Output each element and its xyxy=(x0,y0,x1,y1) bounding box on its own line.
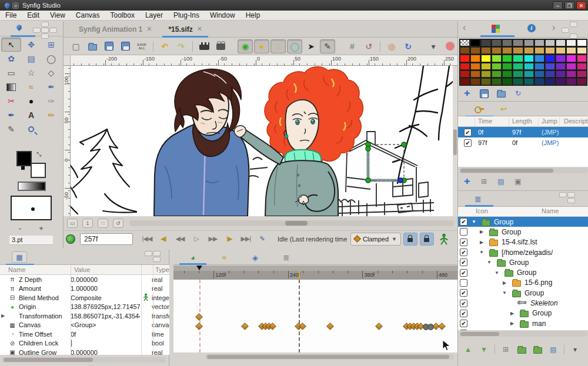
color-swatch[interactable] xyxy=(556,78,566,85)
seek-end-button[interactable]: ▶▶| xyxy=(238,233,254,245)
background-color-swatch[interactable] xyxy=(31,163,46,178)
color-swatch[interactable] xyxy=(492,39,502,46)
preview-button[interactable] xyxy=(213,39,228,53)
palette-tab-icon[interactable] xyxy=(492,25,500,33)
layer-menu-button[interactable]: ▾ xyxy=(570,344,580,355)
redo-button[interactable]: ↷ xyxy=(173,39,189,53)
maximize-button[interactable]: ❐ xyxy=(564,1,574,9)
menu-help[interactable]: Help xyxy=(240,11,266,20)
layer-row[interactable]: ✔▼[/home/zelgadis/ xyxy=(458,247,588,257)
save-palette-button[interactable] xyxy=(479,88,489,99)
parameter-row[interactable]: ⊘Children Lockbool xyxy=(0,339,169,348)
keyframe-checkbox[interactable]: ✔ xyxy=(464,139,472,147)
window-menu-icon[interactable]: o xyxy=(12,2,19,9)
lower-layer-button[interactable]: ▼ xyxy=(479,344,489,355)
layer-checkbox[interactable]: ✔ xyxy=(460,269,467,277)
tab-library[interactable]: ≣ xyxy=(278,251,295,263)
toggle-radius-handles-button[interactable]: ◯ xyxy=(287,39,302,53)
handle-green[interactable] xyxy=(366,146,370,151)
layer-checkbox[interactable]: ✔ xyxy=(460,239,467,246)
color-swatch[interactable] xyxy=(577,39,587,46)
reset-colors-icon[interactable] xyxy=(21,166,25,170)
layer-row[interactable]: ✔▼Group xyxy=(458,257,588,267)
parameter-row[interactable]: ▣Outline Grow0.000000real xyxy=(0,348,169,355)
fill-tool[interactable]: ● xyxy=(21,94,41,108)
color-swatch[interactable] xyxy=(545,78,555,85)
parameter-row[interactable]: ◔Time Offset0ftime xyxy=(0,330,169,339)
duplicate-layer-button[interactable]: ⊞ xyxy=(500,344,511,355)
waypoint[interactable] xyxy=(241,323,249,330)
color-swatch[interactable] xyxy=(481,55,491,62)
color-swatch[interactable] xyxy=(534,47,544,54)
keyframes-tab-icon[interactable] xyxy=(475,106,484,111)
color-swatch[interactable] xyxy=(566,63,576,70)
color-swatch[interactable] xyxy=(534,70,544,78)
color-swatch[interactable] xyxy=(470,39,480,46)
sketch-tool[interactable]: ✏ xyxy=(41,108,61,122)
color-swatch[interactable] xyxy=(534,39,544,46)
color-swatch[interactable] xyxy=(577,47,587,54)
parameters-tab-icon[interactable]: ▦ xyxy=(12,251,27,263)
color-swatch[interactable] xyxy=(524,70,534,78)
color-swatch[interactable] xyxy=(492,70,502,78)
color-swatch[interactable] xyxy=(470,47,480,54)
color-swatch[interactable] xyxy=(566,55,576,62)
color-swatch[interactable] xyxy=(545,70,555,78)
menu-canvas[interactable]: Canvas xyxy=(71,11,105,20)
raise-layer-button[interactable]: ▲ xyxy=(463,344,473,355)
refresh-canvas-button[interactable]: ↻ xyxy=(400,39,416,53)
dock-layout-widget[interactable] xyxy=(145,251,161,262)
color-swatch[interactable] xyxy=(566,78,576,85)
toolbox-tab-icon[interactable] xyxy=(15,23,23,31)
timetrack-area[interactable] xyxy=(173,280,457,352)
waypoint[interactable] xyxy=(375,323,383,330)
color-swatch[interactable] xyxy=(513,70,523,78)
layer-row[interactable]: ✔▶man xyxy=(458,318,588,328)
lock-past-keyframe-button[interactable] xyxy=(403,233,417,246)
tab-curves[interactable]: ≈ xyxy=(215,251,233,263)
color-swatch[interactable] xyxy=(481,78,491,85)
tab-timetrack[interactable]: ◕ xyxy=(184,251,202,263)
layer-row[interactable]: ✔▶15-4.sifz.lst xyxy=(458,237,588,247)
color-swatch[interactable] xyxy=(470,70,480,78)
expander-icon[interactable]: ▼ xyxy=(486,260,492,265)
current-time-field[interactable] xyxy=(80,233,133,245)
text-tool[interactable]: A xyxy=(21,108,41,122)
snap-options-button[interactable]: ↺ xyxy=(361,39,376,53)
layer-checkbox[interactable] xyxy=(460,330,467,330)
spline-tool[interactable]: ≈ xyxy=(21,80,41,94)
paintbrush-tool[interactable]: ✎ xyxy=(1,122,21,136)
color-swatch[interactable] xyxy=(481,70,491,78)
color-swatch[interactable] xyxy=(524,39,534,46)
canvas-vertical-scrollbar[interactable] xyxy=(453,66,457,216)
expander-icon[interactable]: ▶ xyxy=(1,313,5,318)
remove-keyframe-button[interactable]: ▤ xyxy=(496,176,506,187)
color-swatch[interactable] xyxy=(545,47,555,54)
save-all-button[interactable]: SAVE ALL xyxy=(134,39,149,53)
layer-row[interactable]: ✔Skeleton xyxy=(458,298,588,308)
time-cursor-mark[interactable] xyxy=(299,271,300,280)
canvas-horizontal-scrollbar[interactable] xyxy=(129,220,454,226)
color-swatch[interactable] xyxy=(556,55,566,62)
toggle-width-handles-button[interactable]: ✎ xyxy=(320,39,335,53)
tab-close-icon[interactable]: ✕ xyxy=(146,25,152,33)
gradient-preview[interactable] xyxy=(18,182,46,191)
layer-checkbox[interactable] xyxy=(460,228,467,236)
layer-row[interactable]: ✔▼Group xyxy=(458,217,588,227)
layer-row[interactable] xyxy=(458,328,588,330)
open-palette-button[interactable] xyxy=(496,88,506,99)
draw-tool[interactable]: ✒ xyxy=(41,80,61,94)
color-swatch[interactable] xyxy=(481,39,491,46)
layer-row[interactable]: ✔▼Group xyxy=(458,267,588,277)
canvas-workarea[interactable] xyxy=(71,66,457,216)
keyframes-scrollbar[interactable] xyxy=(459,168,587,173)
color-swatch[interactable] xyxy=(545,39,555,46)
close-button[interactable]: ✕ xyxy=(576,1,586,9)
color-swatch[interactable] xyxy=(577,70,587,78)
polygon-tool[interactable]: ◇ xyxy=(41,66,61,80)
layer-row[interactable]: ✔▼Group xyxy=(458,288,588,298)
keyframe-marker[interactable] xyxy=(196,266,202,270)
parameters-scrollbar[interactable] xyxy=(2,357,166,362)
layer-checkbox[interactable]: ✔ xyxy=(460,218,467,226)
keyframe-row[interactable]: ✔97f0f(JMP) xyxy=(458,137,588,148)
